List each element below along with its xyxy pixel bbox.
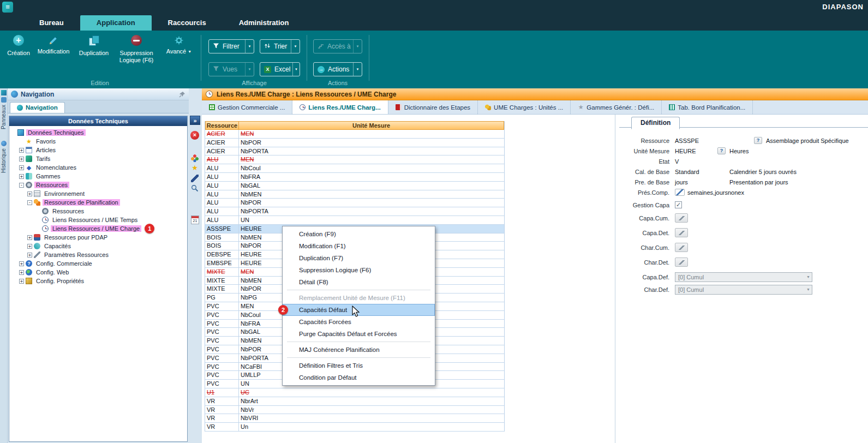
capa-cum-button[interactable] xyxy=(675,213,688,223)
pin-tool-icon[interactable] xyxy=(191,175,199,182)
search-icon[interactable] xyxy=(191,184,199,192)
doc-tab-liens-res-ume-charg[interactable]: Liens Res./UME Charg... xyxy=(292,100,388,114)
doc-tab-gammes-g-n-r-d-fi[interactable]: Gammes Génér. : Défi... xyxy=(571,100,662,114)
help-button[interactable] xyxy=(717,147,726,154)
menu-tab-application[interactable]: Application xyxy=(80,15,152,31)
grid-row[interactable]: ALUNbGAL xyxy=(205,182,504,190)
history-icon[interactable] xyxy=(1,141,7,146)
app-logo-icon[interactable] xyxy=(2,2,13,13)
char-det-button[interactable] xyxy=(675,258,688,267)
gestion-capa-checkbox[interactable] xyxy=(675,201,682,208)
menu-tab-bureau[interactable]: Bureau xyxy=(23,15,80,31)
grid-row[interactable]: ALUNbPORTA xyxy=(205,207,504,216)
vues-dropdown-arrow[interactable]: ▼ xyxy=(246,68,254,71)
menu-item-cr-ation-f9[interactable]: Création (F9) xyxy=(283,228,435,240)
creation-button[interactable]: Création xyxy=(1,35,36,57)
tree-item-favoris[interactable]: Favoris xyxy=(9,137,187,146)
close-icon[interactable]: × xyxy=(190,131,199,140)
grid-row[interactable]: U1UC xyxy=(205,388,504,397)
menu-item-duplication-f7[interactable]: Duplication (F7) xyxy=(283,252,435,264)
menu-item-maj-coh-rence-planification[interactable]: MAJ Cohérence Planification xyxy=(283,344,435,356)
grid-row[interactable]: ALUNbMEN xyxy=(205,190,504,199)
panel-splitter[interactable] xyxy=(615,115,615,443)
tab-navigation[interactable]: Navigation xyxy=(10,102,65,113)
tree-item-liens-ressources-ume-temps[interactable]: Liens Ressources / UME Temps xyxy=(9,215,187,224)
suppression-button[interactable]: Suppression Logique (F6) xyxy=(119,35,154,64)
tree-item-gammes[interactable]: +Gammes xyxy=(9,172,187,181)
menu-tab-raccourcis[interactable]: Raccourcis xyxy=(152,15,223,31)
grid-row[interactable]: ALUMEN xyxy=(205,155,504,164)
char-def-select[interactable]: [0] Cumul xyxy=(675,285,812,295)
pin-icon[interactable] xyxy=(179,91,185,98)
acces-dropdown-arrow[interactable]: ▼ xyxy=(354,45,362,48)
column-header-unit-mesure[interactable]: Unité Mesure xyxy=(239,121,504,130)
grid-row[interactable]: VRNbrArt xyxy=(205,397,504,406)
grid-row[interactable]: ALUNbFRA xyxy=(205,173,504,182)
tree-item-articles[interactable]: +Articles xyxy=(9,146,187,154)
collapse-panel-button[interactable]: » xyxy=(190,116,200,125)
menu-item-d-tail-f8[interactable]: Détail (F8) xyxy=(283,276,435,288)
grid-row[interactable]: VRUn xyxy=(205,423,504,432)
expand-icon[interactable]: + xyxy=(19,165,24,170)
grid-row[interactable]: ALUNbCoul xyxy=(205,164,504,173)
menu-item-capacit-s-forc-es[interactable]: Capacités Forcées xyxy=(283,316,435,328)
tree-item-liens-ressources-ume-charge[interactable]: Liens Ressources / UME Charge1 xyxy=(9,224,187,233)
column-header-ressource[interactable]: Ressource xyxy=(205,121,239,130)
tab-definition[interactable]: Définition xyxy=(631,117,680,129)
expand-icon[interactable]: + xyxy=(27,191,32,196)
actions-dropdown-arrow[interactable]: ▼ xyxy=(354,68,362,71)
capa-def-select[interactable]: [0] Cumul xyxy=(675,272,812,282)
vues-button[interactable]: Vues ▼ xyxy=(208,62,254,76)
menu-item-d-finition-filtres-et-tris[interactable]: Définition Filtres et Tris xyxy=(283,360,435,372)
panel-grid-icon[interactable] xyxy=(1,90,7,95)
tree-item-tarifs[interactable]: +Tarifs xyxy=(9,154,187,163)
menu-item-suppression-logique-f6[interactable]: Suppression Logique (F6) xyxy=(283,264,435,276)
tree-item-donn-es-techniques[interactable]: Données Techniques xyxy=(9,128,187,137)
excel-button[interactable]: Excel ▼ xyxy=(260,62,300,76)
doc-tab-gestion-commerciale[interactable]: Gestion Commerciale ... xyxy=(202,100,292,114)
expand-icon[interactable]: + xyxy=(19,261,24,266)
excel-dropdown-arrow[interactable]: ▼ xyxy=(293,68,300,71)
doc-tab-ume-charges-unit-s[interactable]: UME Charges : Unités ... xyxy=(478,100,571,114)
help-button[interactable] xyxy=(754,137,762,144)
grid-row[interactable]: VRNbVr xyxy=(205,406,504,415)
modification-button[interactable]: Modification xyxy=(36,35,71,55)
grid-row[interactable]: ALUUN xyxy=(205,216,504,225)
expand-icon[interactable]: + xyxy=(19,157,24,161)
capa-det-button[interactable] xyxy=(675,228,688,237)
char-cum-button[interactable] xyxy=(675,243,688,252)
expand-icon[interactable]: + xyxy=(19,270,24,275)
grid-row[interactable]: VRNbVRI xyxy=(205,414,504,423)
favorite-icon[interactable]: ★ xyxy=(191,164,199,172)
expand-icon[interactable]: + xyxy=(27,244,32,249)
menu-item-condition-par-d-faut[interactable]: Condition par Défaut xyxy=(283,372,435,384)
tree-item-config-commerciale[interactable]: +Config. Commerciale xyxy=(9,259,187,268)
grid-row[interactable]: ACIERMEN xyxy=(205,130,504,139)
expand-icon[interactable]: + xyxy=(27,253,32,258)
grid-row[interactable]: ALUNbPOR xyxy=(205,199,504,207)
panel-window-icon[interactable] xyxy=(1,97,7,103)
menu-tab-administration[interactable]: Administration xyxy=(223,15,306,31)
tree-item-ressources[interactable]: -Ressources xyxy=(9,181,187,189)
avance-button[interactable]: Avancé ▼ xyxy=(160,35,197,55)
filtrer-button[interactable]: Filtrer ▼ xyxy=(208,39,254,53)
tree-item-config-web[interactable]: +Config. Web xyxy=(9,268,187,277)
calendar-icon[interactable]: 21 xyxy=(191,215,199,224)
tree-item-environnement[interactable]: +Environnement xyxy=(9,189,187,198)
collapse-icon[interactable]: - xyxy=(19,183,24,188)
trier-button[interactable]: Trier ▼ xyxy=(260,39,300,53)
doc-tab-dictionnaire-des-etapes[interactable]: Dictionnaire des Etapes xyxy=(388,100,478,114)
expand-icon[interactable]: + xyxy=(19,279,24,284)
panneaux-tab[interactable]: Panneaux xyxy=(1,105,7,129)
grid-row[interactable]: ACIERNbPORTA xyxy=(205,147,504,156)
expand-icon[interactable]: + xyxy=(19,148,24,153)
tree-item-nomenclatures[interactable]: +Nomenclatures xyxy=(9,163,187,172)
filtrer-dropdown-arrow[interactable]: ▼ xyxy=(246,45,254,48)
tree-item-config-propri-t-s[interactable]: +Config. Propriétés xyxy=(9,277,187,285)
tree-item-param-tres-ressources[interactable]: +Paramètres Ressources xyxy=(9,250,187,259)
historique-tab[interactable]: Historique xyxy=(1,148,7,173)
tree-item-ressources-de-planification[interactable]: -Ressources de Planification xyxy=(9,198,187,207)
duplication-button[interactable]: Duplication xyxy=(76,35,111,57)
expand-icon[interactable]: + xyxy=(27,235,32,240)
tree-item-ressources-pour-pdap[interactable]: +Ressources pour PDAP xyxy=(9,233,187,242)
